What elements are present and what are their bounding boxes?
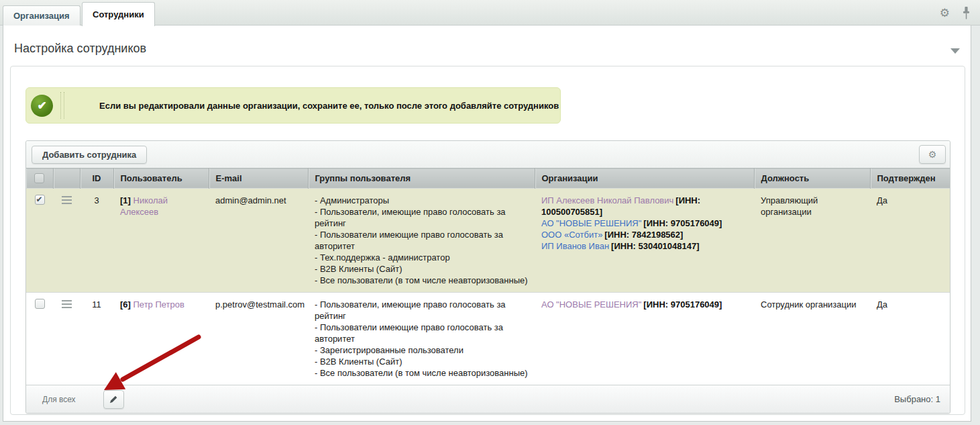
column-header-confirmed[interactable]: Подтвержден [870, 169, 950, 189]
group-item: - Пользователи, имеющие право голосовать… [315, 206, 528, 229]
organization-inn: [ИНН: 9705176049] [643, 218, 722, 228]
organization-item: ООО «Сотбит»[ИНН: 7842198562] [541, 229, 747, 240]
row-checkbox-cell [26, 189, 53, 293]
row-id: 3 [80, 189, 113, 293]
user-id-prefix: [6] [120, 299, 131, 310]
user-id-prefix: [1] [120, 195, 131, 205]
row-menu-icon[interactable] [62, 300, 72, 308]
chevron-down-icon[interactable] [950, 48, 960, 54]
table-header-row: ID Пользователь E-mail Группы пользовате… [26, 169, 950, 189]
group-item: - Пользователи имеющие право голосовать … [315, 322, 528, 344]
employees-panel: Настройка сотрудников ✔ Если вы редактир… [3, 26, 971, 422]
employees-table: ID Пользователь E-mail Группы пользовате… [26, 168, 950, 385]
info-alert: ✔ Если вы редактировали данные организац… [25, 87, 561, 124]
row-groups-cell: - Администраторы - Пользователи, имеющие… [308, 189, 535, 293]
table-row: 11 [6] Петр Петров p.petrov@testmail.com… [26, 293, 950, 385]
employees-grid: Добавить сотрудника ⚙ ID [25, 140, 950, 414]
row-email: admin@admin.net [209, 189, 308, 293]
group-item: - Зарегистрированные пользователи [315, 344, 528, 356]
organization-inn: [ИНН: 9705176049] [643, 299, 722, 310]
page-title: Настройка сотрудников [14, 42, 146, 56]
pencil-icon [108, 394, 119, 405]
tab-employees[interactable]: Сотрудники [82, 2, 155, 26]
tab-organization-label: Организация [13, 11, 70, 21]
alert-text: Если вы редактировали данные организации… [99, 101, 559, 111]
organization-link[interactable]: ИП Алексеев Николай Павлович [541, 195, 673, 205]
group-item: - Все пользователи (в том числе неавтори… [315, 275, 528, 286]
add-employee-button[interactable]: Добавить сотрудника [32, 146, 147, 164]
row-position: Управляющий организации [754, 189, 870, 293]
group-item: - B2B Клиенты (Сайт) [315, 356, 528, 367]
row-checkbox[interactable] [35, 299, 45, 309]
column-header-user[interactable]: Пользователь [113, 169, 209, 189]
column-header-id[interactable]: ID [80, 169, 113, 189]
row-confirmed: Да [870, 189, 950, 293]
organization-link[interactable]: АО "НОВЫЕ РЕШЕНИЯ" [541, 299, 641, 310]
table-row: 3 [1] Николай Алексеев admin@admin.net -… [26, 189, 950, 293]
column-header-organizations[interactable]: Организации [535, 169, 754, 189]
row-menu-icon[interactable] [62, 196, 72, 204]
organization-link[interactable]: АО "НОВЫЕ РЕШЕНИЯ" [541, 218, 641, 228]
row-checkbox-cell [26, 293, 53, 385]
row-user-cell: [1] Николай Алексеев [113, 189, 209, 293]
organization-item: АО "НОВЫЕ РЕШЕНИЯ"[ИНН: 9705176049] [541, 218, 747, 229]
grid-footer: Для всех Выбрано: 1 [26, 385, 950, 413]
organization-link[interactable]: ИП Иванов Иван [541, 241, 609, 251]
row-confirmed: Да [870, 293, 950, 385]
group-item: - Администраторы [315, 195, 528, 206]
group-item: - Пользователи, имеющие право голосовать… [315, 299, 528, 322]
topbar: Организация Сотрудники ⚙ [0, 0, 980, 26]
organization-link[interactable]: ООО «Сотбит» [541, 230, 602, 240]
tab-organization[interactable]: Организация [3, 5, 80, 26]
menu-column-header [53, 169, 80, 189]
row-position: Сотрудник организации [754, 293, 870, 385]
group-item: - Пользователи имеющие право голосовать … [315, 229, 528, 252]
tab-employees-label: Сотрудники [93, 9, 144, 19]
row-id: 11 [80, 293, 113, 385]
column-header-groups[interactable]: Группы пользователя [308, 169, 535, 189]
organization-item: ИП Иванов Иван[ИНН: 530401048147] [541, 240, 747, 252]
column-header-position[interactable]: Должность [754, 169, 870, 189]
organization-item: АО "НОВЫЕ РЕШЕНИЯ"[ИНН: 9705176049] [541, 299, 747, 310]
select-all-cell [26, 169, 53, 189]
row-menu-cell [53, 293, 80, 385]
group-item: - Все пользователи (в том числе неавтори… [315, 367, 528, 379]
organization-inn: [ИНН: 7842198562] [604, 230, 683, 240]
pin-icon[interactable] [962, 6, 971, 20]
selected-count: Выбрано: 1 [894, 394, 940, 404]
content-box: ✔ Если вы редактировали данные организац… [10, 66, 965, 415]
row-groups-cell: - Пользователи, имеющие право голосовать… [308, 293, 535, 385]
row-email: p.petrov@testmail.com [209, 293, 308, 385]
gear-icon: ⚙ [928, 148, 937, 161]
row-menu-cell [53, 189, 80, 293]
organization-inn: [ИНН: 530401048147] [611, 241, 699, 251]
column-header-email[interactable]: E-mail [209, 169, 308, 189]
organization-item: ИП Алексеев Николай Павлович[ИНН: 100500… [541, 195, 747, 218]
edit-for-all-button[interactable] [103, 390, 124, 409]
row-user-cell: [6] Петр Петров [113, 293, 209, 385]
group-item: - Тех.поддержка - администратор [315, 252, 528, 263]
user-link[interactable]: Петр Петров [133, 299, 184, 310]
grid-toolbar: Добавить сотрудника ⚙ [26, 141, 950, 168]
row-organizations-cell: ИП Алексеев Николай Павлович[ИНН: 100500… [535, 189, 754, 293]
row-checkbox[interactable] [35, 195, 45, 205]
alert-divider [60, 92, 64, 119]
settings-gear-icon[interactable]: ⚙ [940, 7, 950, 20]
check-circle-icon: ✔ [31, 95, 53, 117]
select-all-checkbox[interactable] [34, 173, 44, 183]
row-organizations-cell: АО "НОВЫЕ РЕШЕНИЯ"[ИНН: 9705176049] [535, 293, 754, 385]
grid-settings-button[interactable]: ⚙ [919, 145, 946, 164]
group-item: - B2B Клиенты (Сайт) [315, 263, 528, 275]
for-all-label: Для всех [42, 395, 76, 404]
